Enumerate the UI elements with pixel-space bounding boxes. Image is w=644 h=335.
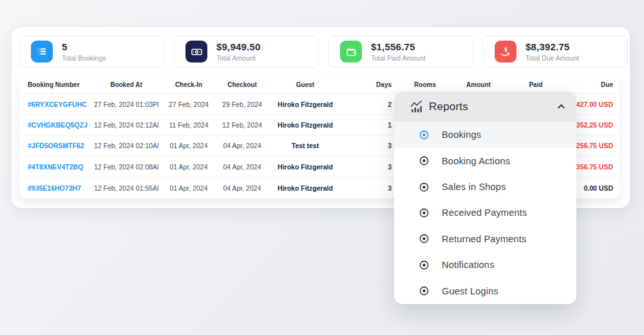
cell-booked-at: 12 Feb, 2024 02:10AM [94, 142, 158, 149]
column-header-checkout: Checkout [219, 81, 265, 88]
cell-booking-number[interactable]: #CVHGKBEQ5QZJ [19, 121, 94, 129]
cell-check-in: 01 Apr, 2024 [158, 163, 219, 171]
cell-booking-number[interactable]: #4T8XNEV4T2BQ [19, 163, 94, 171]
cell-guest: Test test [265, 142, 345, 149]
stat-value: $8,392.75 [526, 41, 579, 52]
column-header-due: Due [559, 81, 620, 88]
cell-checkout: 04 Apr, 2024 [219, 142, 265, 149]
stat-label: Total Paid Amount [371, 54, 426, 62]
cell-booking-number[interactable]: #6RYXCEYGFUHC [19, 100, 94, 108]
cell-checkout: 29 Feb, 2024 [219, 100, 265, 108]
cell-checkout: 04 Apr, 2024 [219, 163, 265, 171]
cell-check-in: 11 Feb, 2024 [158, 121, 219, 129]
radio-icon [419, 129, 430, 140]
stat-value: 5 [62, 41, 106, 52]
stat-card-total-paid: $1,556.75 Total Paid Amount [328, 35, 473, 68]
menu-item-booking-actions[interactable]: Booking Actions [394, 148, 576, 173]
svg-text:$: $ [504, 46, 507, 52]
stat-label: Total Amount [216, 54, 261, 62]
radio-icon [419, 155, 430, 166]
radio-icon [419, 207, 430, 218]
stat-card-total-amount: $9,949.50 Total Amount [174, 35, 319, 68]
column-header-amount: Amount [444, 81, 513, 88]
menu-item-bookings[interactable]: Bookings [394, 122, 576, 148]
cell-booked-at: 12 Feb, 2024 02:12AM [94, 121, 158, 129]
menu-item-label: Returned Payments [442, 234, 527, 244]
menu-item-label: Notifications [442, 260, 495, 270]
cell-guest: Hiroko Fitzgerald [265, 163, 345, 171]
column-header-booking-number: Booking Number [19, 81, 94, 88]
stat-card-total-due: $ $8,392.75 Total Due Amount [483, 35, 628, 68]
menu-item-received-payments[interactable]: Received Payments [394, 200, 576, 225]
menu-item-label: Received Payments [442, 207, 527, 218]
reports-dropdown: Reports BookingsBooking ActionsSales in … [394, 91, 576, 304]
reports-dropdown-title: Reports [429, 100, 468, 113]
menu-item-label: Guest Logins [442, 286, 498, 296]
column-header-booked-at: Booked At [94, 81, 158, 88]
reports-dropdown-items: BookingsBooking ActionsSales in ShopsRec… [394, 122, 576, 304]
cell-guest: Hiroko Fitzgerald [265, 121, 345, 129]
cell-check-in: 01 Apr, 2024 [158, 142, 219, 149]
column-header-guest: Guest [265, 81, 345, 88]
radio-icon [419, 182, 430, 193]
stat-card-total-bookings: 5 Total Bookings [19, 35, 164, 68]
radio-icon [419, 285, 430, 296]
menu-item-label: Bookings [442, 129, 481, 140]
menu-item-returned-payments[interactable]: Returned Payments [394, 226, 576, 252]
stats-row: 5 Total Bookings $9,949.50 Total Amount [19, 35, 628, 68]
stat-label: Total Bookings [62, 54, 106, 62]
cell-booking-number[interactable]: #935E16HO73H7 [19, 184, 94, 192]
menu-item-notifications[interactable]: Notifications [394, 252, 576, 278]
menu-item-guest-logins[interactable]: Guest Logins [394, 278, 576, 304]
reports-dropdown-toggle[interactable]: Reports [394, 91, 576, 122]
cell-booked-at: 12 Feb, 2024 01:55AM [94, 184, 158, 192]
cell-booked-at: 12 Feb, 2024 02:08AM [94, 163, 158, 171]
hand-dollar-icon: $ [495, 41, 516, 62]
radio-icon [419, 260, 430, 271]
cell-checkout: 12 Feb, 2024 [219, 121, 265, 129]
cell-check-in: 27 Feb, 2024 [158, 100, 219, 108]
column-header-paid: Paid [513, 81, 559, 88]
column-header-check-in: Check-In [158, 81, 219, 88]
banknote-icon [185, 41, 207, 62]
menu-item-label: Booking Actions [442, 156, 510, 166]
cell-booking-number[interactable]: #JFD5ORSMTF62 [19, 142, 94, 149]
column-header-rooms: Rooms [406, 81, 444, 88]
radio-icon [419, 233, 430, 244]
chevron-up-icon [556, 102, 566, 111]
cell-checkout: 04 Apr, 2024 [219, 184, 265, 192]
stat-value: $9,949.50 [216, 41, 261, 52]
stat-value: $1,556.75 [371, 41, 426, 52]
stat-label: Total Due Amount [526, 54, 579, 62]
list-icon [31, 41, 53, 62]
cell-guest: Hiroko Fitzgerald [265, 100, 345, 108]
cell-check-in: 01 Apr, 2024 [158, 184, 219, 192]
menu-item-sales-in-shops[interactable]: Sales in Shops [394, 174, 576, 200]
chart-icon [410, 100, 424, 114]
wallet-icon [340, 41, 362, 62]
cell-booked-at: 27 Feb, 2024 01:03PM [94, 100, 158, 108]
cell-guest: Hiroko Fitzgerald [265, 184, 345, 192]
column-header-days: Days [345, 81, 406, 88]
menu-item-label: Sales in Shops [442, 182, 506, 192]
